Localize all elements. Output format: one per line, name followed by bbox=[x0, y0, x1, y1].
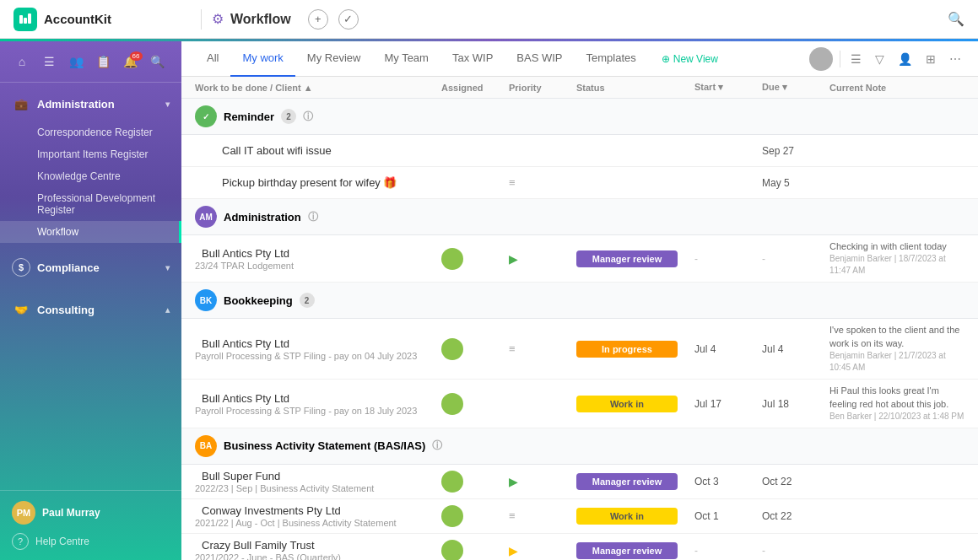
tab-mywork[interactable]: My work bbox=[230, 41, 294, 77]
th-status[interactable]: Status bbox=[576, 82, 694, 93]
assigned-avatar bbox=[441, 540, 463, 560]
search-button[interactable]: 🔍 bbox=[948, 11, 964, 27]
add-button[interactable]: + bbox=[308, 9, 328, 30]
task-name: Crazy Bull Family Trust bbox=[195, 539, 441, 552]
task-name: Conway Investments Pty Ltd bbox=[195, 504, 441, 517]
th-note[interactable]: Current Note bbox=[829, 82, 964, 93]
task-due: - bbox=[762, 253, 829, 265]
admin-info-icon[interactable]: ⓘ bbox=[308, 210, 318, 224]
task-due: Jul 4 bbox=[762, 343, 829, 355]
sidebar-footer: PM Paul Murray ? Help Centre bbox=[0, 490, 181, 560]
sidebar-nav-docs[interactable]: 📋 bbox=[91, 50, 115, 73]
sidebar: ⌂ ☰ 👥 📋 🔔66 🔍 💼 Administration ▾ Corresp… bbox=[0, 41, 181, 560]
tab-templates[interactable]: Templates bbox=[575, 41, 648, 77]
workflow-title: Workflow bbox=[230, 12, 291, 27]
sidebar-item-important[interactable]: Important Items Register bbox=[0, 143, 181, 165]
administration-label: Administration bbox=[37, 98, 165, 110]
note-text: Hi Paul this looks great I'm feeling red… bbox=[829, 385, 964, 411]
task-due: Jul 18 bbox=[762, 398, 829, 410]
task-row: Bull Antics Pty Ltd Payroll Processing &… bbox=[181, 319, 978, 380]
status-badge-manager: Manager review bbox=[576, 542, 678, 559]
th-due[interactable]: Due ▾ bbox=[762, 82, 829, 93]
administration-chevron: ▾ bbox=[165, 100, 170, 109]
sidebar-nav-home[interactable]: ⌂ bbox=[10, 50, 34, 73]
th-assigned[interactable]: Assigned bbox=[441, 82, 509, 93]
tab-all[interactable]: All bbox=[195, 41, 230, 77]
note-author: Benjamin Barker | 18/7/2023 at 11:47 AM bbox=[829, 253, 964, 277]
task-name-col: Pickup birthday present for wifey 🎁 bbox=[195, 176, 441, 189]
task-start: - bbox=[694, 545, 762, 557]
sidebar-help[interactable]: ? Help Centre bbox=[12, 533, 170, 550]
th-note-label: Current Note bbox=[829, 83, 886, 93]
top-header: AccountKit ⚙ Workflow + ✓ 🔍 bbox=[0, 0, 978, 39]
status-badge-inprogress: In progress bbox=[576, 341, 678, 358]
bas-info-icon[interactable]: ⓘ bbox=[432, 439, 442, 453]
bk-label: Bookkeeping bbox=[224, 294, 293, 307]
columns-icon[interactable]: ⊞ bbox=[922, 49, 939, 69]
sidebar-item-professional[interactable]: Professional Development Register bbox=[0, 187, 181, 221]
sidebar-nav-list[interactable]: ☰ bbox=[37, 50, 61, 73]
task-priority: ≡ bbox=[509, 509, 576, 522]
filter-icon[interactable]: ▽ bbox=[872, 49, 888, 69]
more-icon[interactable]: ⋯ bbox=[946, 49, 964, 69]
compliance-header[interactable]: $ Compliance ▾ bbox=[0, 250, 181, 285]
task-sub: 2021/2022 - June - BAS (Quarterly) bbox=[195, 552, 441, 560]
task-assigned bbox=[441, 248, 509, 270]
svg-rect-1 bbox=[24, 18, 27, 24]
th-start[interactable]: Start ▾ bbox=[694, 82, 762, 93]
task-sub: Payroll Processing & STP Filing - pay on… bbox=[195, 406, 441, 416]
task-status: Work in bbox=[576, 508, 694, 525]
administration-header[interactable]: 💼 Administration ▾ bbox=[0, 86, 181, 121]
task-assigned bbox=[441, 505, 509, 527]
person-icon[interactable]: 👤 bbox=[894, 49, 916, 69]
sidebar-nav-users[interactable]: 👥 bbox=[64, 50, 88, 73]
th-work-label: Work to be done / Client ▲ bbox=[195, 83, 313, 93]
view-icon[interactable]: ☰ bbox=[847, 49, 865, 69]
task-start: Oct 3 bbox=[694, 476, 762, 487]
status-badge-workin: Work in bbox=[576, 508, 678, 525]
header-divider bbox=[201, 9, 202, 30]
group-reminder: ✓ Reminder 2 ⓘ bbox=[181, 99, 978, 135]
task-name: Pickup birthday present for wifey 🎁 bbox=[215, 176, 441, 189]
task-name: Bull Antics Pty Ltd bbox=[195, 247, 441, 260]
status-badge-manager: Manager review bbox=[576, 250, 678, 267]
consulting-header[interactable]: 🤝 Consulting ▴ bbox=[0, 292, 181, 327]
tabs-actions: ☰ ▽ 👤 ⊞ ⋯ bbox=[809, 47, 964, 71]
reminder-info-icon[interactable]: ⓘ bbox=[303, 110, 313, 124]
help-label: Help Centre bbox=[35, 536, 89, 547]
task-start: Jul 17 bbox=[694, 398, 762, 410]
tab-taxwip[interactable]: Tax WIP bbox=[440, 41, 505, 77]
tab-myteam[interactable]: My Team bbox=[372, 41, 440, 77]
user-avatar-sm bbox=[809, 47, 833, 71]
task-status: Manager review bbox=[576, 473, 694, 490]
task-row: Conway Investments Pty Ltd 2021/22 | Aug… bbox=[181, 499, 978, 534]
task-priority: ≡ bbox=[509, 342, 576, 355]
task-name-col: Bull Antics Pty Ltd 23/24 TPAR Lodgement bbox=[195, 247, 441, 271]
sidebar-section-administration: 💼 Administration ▾ Correspondence Regist… bbox=[0, 83, 181, 246]
th-work[interactable]: Work to be done / Client ▲ bbox=[195, 82, 441, 93]
sidebar-nav-notif[interactable]: 🔔66 bbox=[118, 50, 142, 73]
new-view-button[interactable]: ⊕ New View bbox=[655, 50, 725, 68]
th-priority[interactable]: Priority bbox=[509, 82, 576, 93]
task-row: Bull Antics Pty Ltd Payroll Processing &… bbox=[181, 380, 978, 428]
new-view-icon: ⊕ bbox=[662, 53, 670, 65]
list-icon: ≡ bbox=[509, 342, 516, 355]
check-button[interactable]: ✓ bbox=[338, 9, 359, 30]
sidebar-item-workflow[interactable]: Workflow bbox=[0, 221, 181, 243]
table-container: Work to be done / Client ▲ Assigned Prio… bbox=[181, 77, 978, 560]
task-due: Oct 22 bbox=[762, 476, 829, 487]
task-start: Jul 4 bbox=[694, 343, 762, 355]
priority-yellow-flag: ▶ bbox=[509, 544, 518, 557]
sidebar-section-compliance: $ Compliance ▾ bbox=[0, 246, 181, 288]
consulting-chevron: ▴ bbox=[165, 305, 170, 315]
sidebar-item-correspondence[interactable]: Correspondence Register bbox=[0, 121, 181, 143]
priority-green-flag: ▶ bbox=[509, 475, 518, 488]
sidebar-nav-search[interactable]: 🔍 bbox=[145, 50, 169, 73]
admin-label: Administration bbox=[224, 211, 301, 223]
sidebar-item-knowledge[interactable]: Knowledge Centre bbox=[0, 165, 181, 187]
tab-baswip[interactable]: BAS WIP bbox=[505, 41, 574, 77]
user-name: Paul Murray bbox=[42, 507, 100, 519]
workflow-area: ⚙ Workflow bbox=[212, 11, 291, 27]
tab-myreview[interactable]: My Review bbox=[295, 41, 373, 77]
task-assigned bbox=[441, 540, 509, 560]
